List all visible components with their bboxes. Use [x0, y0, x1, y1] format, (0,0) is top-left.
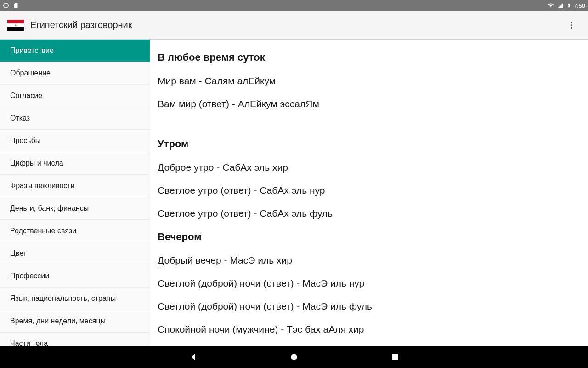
sidebar-item-label: Приветствие [10, 46, 54, 55]
status-bar: 7:58 [0, 0, 588, 11]
section-title: Вечером [158, 231, 581, 243]
sidebar-item-label: Цвет [10, 249, 27, 258]
sidebar-item-10[interactable]: Профессии [0, 265, 150, 288]
sidebar-item-13[interactable]: Части тела [0, 333, 150, 346]
sidebar-item-6[interactable]: Фразы вежливости [0, 175, 150, 197]
back-button[interactable] [184, 348, 202, 366]
app-title: Египетский разговорник [30, 20, 132, 30]
more-options-button[interactable] [562, 16, 581, 34]
svg-point-0 [4, 3, 9, 8]
phrase-line: Светлое утро (ответ) - СабАх эль фуль [158, 208, 581, 219]
sidebar[interactable]: ПриветствиеОбращениеСогласиеОтказПросьбы… [0, 40, 150, 346]
sidebar-item-label: Цифры и числа [10, 159, 63, 167]
sidebar-item-label: Язык, национальность, страны [10, 294, 116, 303]
sidebar-item-label: Время, дни недели, месяцы [10, 317, 106, 325]
phrase-line: Светлой (доброй) ночи (ответ) - МасЭ иль… [158, 301, 581, 312]
section-title: Утром [158, 138, 581, 150]
android-nav-bar [0, 346, 588, 368]
svg-rect-2 [392, 354, 398, 360]
sidebar-item-9[interactable]: Цвет [0, 242, 150, 265]
sidebar-item-label: Просьбы [10, 137, 40, 145]
signal-icon [557, 2, 564, 9]
phrase-line: Мир вам - Салям алЕйкум [158, 75, 581, 86]
sidebar-item-label: Обращение [10, 69, 51, 77]
app-bar: ★ Египетский разговорник [0, 11, 588, 40]
svg-point-1 [291, 354, 297, 360]
section-gap [158, 121, 581, 138]
phrase-line: Вам мир (ответ) - АлЕйкум эссалЯм [158, 98, 581, 109]
phrase-line: Светлой (доброй) ночи (ответ) - МасЭ иль… [158, 278, 581, 289]
status-time: 7:58 [574, 2, 585, 9]
sidebar-item-label: Части тела [10, 339, 48, 346]
phrase-line: Спокойной ночи (мужчине) - Тэс бах аАля … [158, 324, 581, 335]
sidebar-item-12[interactable]: Время, дни недели, месяцы [0, 310, 150, 333]
sidebar-item-11[interactable]: Язык, национальность, страны [0, 288, 150, 310]
phrase-line: Доброе утро - СабАх эль хир [158, 162, 581, 173]
sim-icon [13, 2, 18, 9]
sidebar-item-label: Фразы вежливости [10, 182, 75, 190]
sidebar-item-label: Профессии [10, 272, 49, 280]
phrase-line: Светлое утро (ответ) - СабАх эль нур [158, 185, 581, 196]
home-button[interactable] [285, 348, 303, 366]
sidebar-item-1[interactable]: Обращение [0, 62, 150, 85]
battery-charging-icon [566, 2, 571, 9]
egypt-flag-icon: ★ [7, 20, 24, 31]
phrase-line: Добрый вечер - МасЭ иль хир [158, 255, 581, 266]
sidebar-item-2[interactable]: Согласие [0, 85, 150, 107]
content-pane[interactable]: В любое время сутокМир вам - Салям алЕйк… [150, 40, 588, 346]
recent-apps-button[interactable] [386, 348, 404, 366]
sidebar-item-4[interactable]: Просьбы [0, 130, 150, 152]
sidebar-item-label: Деньги, банк, финансы [10, 204, 89, 213]
sidebar-item-label: Отказ [10, 114, 30, 122]
sidebar-item-5[interactable]: Цифры и числа [0, 152, 150, 175]
sidebar-item-8[interactable]: Родственные связи [0, 220, 150, 242]
circle-icon [3, 2, 9, 9]
section-title: В любое время суток [158, 52, 581, 63]
sidebar-item-0[interactable]: Приветствие [0, 40, 150, 62]
sidebar-item-label: Родственные связи [10, 227, 76, 235]
sidebar-item-7[interactable]: Деньги, банк, финансы [0, 197, 150, 220]
sidebar-item-label: Согласие [10, 92, 42, 100]
sidebar-item-3[interactable]: Отказ [0, 107, 150, 130]
wifi-icon [547, 2, 554, 9]
